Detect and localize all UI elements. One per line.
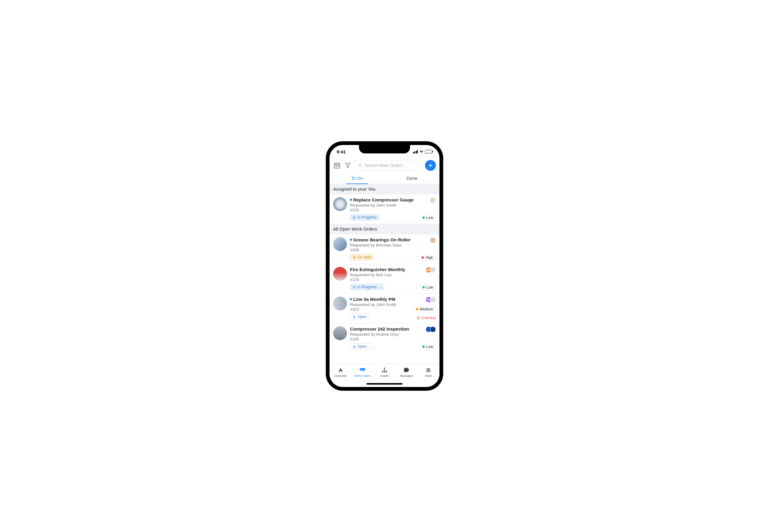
- priority-badge: Low: [420, 344, 436, 350]
- work-order-id: #322: [350, 307, 410, 312]
- assignee-avatars[interactable]: [430, 197, 436, 203]
- work-order-requester: Requested by John Smith: [350, 302, 410, 307]
- phone-frame: 9:41 Search Work Orders...: [326, 141, 443, 391]
- svg-rect-16: [353, 346, 355, 348]
- unread-dot-icon: [350, 239, 352, 241]
- work-order-title: Fire Extinguisher Monthly: [350, 267, 405, 272]
- work-order-card[interactable]: Grease Bearings On Roller Requested by B…: [329, 234, 440, 264]
- priority-badge: Low: [420, 215, 436, 221]
- work-order-id: #233: [350, 208, 417, 212]
- status-right: [413, 150, 433, 153]
- work-order-thumb: [333, 267, 347, 281]
- work-order-thumb: [333, 197, 347, 211]
- unread-dot-icon: [350, 298, 352, 300]
- status-chip[interactable]: Open ⌄: [350, 343, 374, 350]
- calendar-icon[interactable]: [333, 162, 341, 169]
- work-order-id: #156: [350, 337, 417, 341]
- overdue-badge: Overdue: [417, 316, 436, 320]
- work-order-title: Replace Compressor Gauge: [353, 197, 414, 202]
- search-input[interactable]: Search Work Orders...: [355, 160, 422, 171]
- app-screen: 9:41 Search Work Orders...: [329, 145, 440, 387]
- svg-point-4: [335, 166, 336, 166]
- work-order-thumb: [333, 237, 347, 251]
- svg-point-6: [338, 166, 338, 166]
- work-order-title: Grease Bearings On Roller: [353, 237, 411, 242]
- refresh-icon: [353, 216, 356, 219]
- priority-badge: Low: [420, 284, 436, 290]
- work-order-requester: Requested by Andrea Grey: [350, 332, 417, 337]
- menu-icon: [425, 367, 432, 373]
- status-chip[interactable]: In Progress ⌄: [350, 284, 384, 290]
- svg-rect-20: [386, 371, 387, 373]
- status-chip[interactable]: Open: [350, 313, 369, 320]
- home-indicator[interactable]: [329, 380, 440, 387]
- search-icon: [358, 163, 362, 168]
- lock-open-icon: [353, 345, 356, 348]
- work-order-id: #125: [350, 277, 417, 282]
- chat-icon: [403, 367, 410, 373]
- svg-rect-19: [384, 371, 385, 373]
- tab-todo[interactable]: To Do: [329, 173, 384, 184]
- refresh-icon: [353, 286, 356, 289]
- cellular-icon: [413, 150, 418, 153]
- work-order-list[interactable]: Assigned to your You Replace Compressor …: [329, 184, 440, 364]
- work-order-card[interactable]: Replace Compressor Gauge Requested by Jo…: [329, 194, 440, 224]
- svg-point-7: [359, 164, 361, 166]
- add-button[interactable]: [425, 160, 436, 171]
- work-order-id: #209: [350, 248, 416, 252]
- status-chip[interactable]: On Hold: [350, 254, 374, 261]
- assignee-avatars[interactable]: [430, 237, 436, 243]
- wifi-icon: [419, 150, 424, 153]
- work-order-thumb: [333, 297, 347, 310]
- hierarchy-icon: [381, 367, 388, 373]
- work-order-card[interactable]: Compressor 242 Inspection Requested by A…: [329, 323, 440, 353]
- work-order-thumb: [333, 326, 347, 340]
- svg-rect-18: [382, 371, 383, 373]
- work-order-title: Line 5a Monthly PM: [353, 297, 395, 302]
- battery-icon: [425, 150, 432, 153]
- bottom-nav: Overview Work Orders Assets Messages Mor…: [329, 364, 440, 380]
- svg-point-5: [337, 166, 337, 166]
- priority-badge: High: [419, 255, 436, 261]
- nav-messages[interactable]: Messages: [396, 364, 418, 380]
- svg-point-11: [353, 256, 355, 258]
- lock-open-icon: [353, 315, 356, 319]
- work-order-requester: Requested by John Smith: [350, 203, 417, 207]
- chevron-down-icon: ⌄: [379, 286, 381, 289]
- plus-icon: [428, 163, 433, 168]
- svg-line-8: [361, 166, 362, 167]
- toolbar: Search Work Orders...: [329, 158, 440, 173]
- assignee-avatars[interactable]: EL: [426, 297, 436, 303]
- work-order-title: Compressor 242 Inspection: [350, 326, 409, 331]
- work-order-requester: Requested by Brendan Dass: [350, 243, 416, 247]
- tab-done[interactable]: Done: [384, 173, 440, 184]
- segment-tabs: To Do Done: [329, 173, 440, 184]
- assignee-avatars[interactable]: MA: [426, 267, 436, 273]
- nav-more[interactable]: More: [418, 364, 440, 380]
- notch: [359, 145, 410, 153]
- status-chip[interactable]: In Progress: [350, 214, 379, 221]
- nav-work-orders[interactable]: Work Orders: [351, 364, 373, 380]
- clock-icon: [417, 316, 420, 320]
- unread-dot-icon: [350, 199, 352, 201]
- section-assigned: Assigned to your You: [329, 184, 440, 194]
- chevron-down-icon: ⌄: [369, 345, 371, 348]
- inbox-icon: [359, 367, 366, 373]
- work-order-requester: Requested by Bob Liss: [350, 273, 417, 277]
- assignee-avatars[interactable]: [426, 326, 436, 332]
- overview-icon: [337, 367, 344, 373]
- pause-icon: [353, 256, 356, 259]
- search-placeholder: Search Work Orders...: [364, 163, 406, 168]
- work-order-card[interactable]: Fire Extinguisher Monthly Requested by B…: [329, 264, 440, 294]
- filter-icon[interactable]: [344, 162, 352, 169]
- status-time: 9:41: [337, 149, 346, 154]
- nav-overview[interactable]: Overview: [329, 364, 351, 380]
- section-all-open: All Open Work Orders: [329, 224, 440, 234]
- nav-assets[interactable]: Assets: [373, 364, 395, 380]
- svg-rect-14: [353, 317, 355, 318]
- work-order-card[interactable]: Line 5a Monthly PM Requested by John Smi…: [329, 294, 440, 323]
- svg-rect-17: [384, 368, 385, 369]
- priority-badge: Medium: [413, 306, 436, 312]
